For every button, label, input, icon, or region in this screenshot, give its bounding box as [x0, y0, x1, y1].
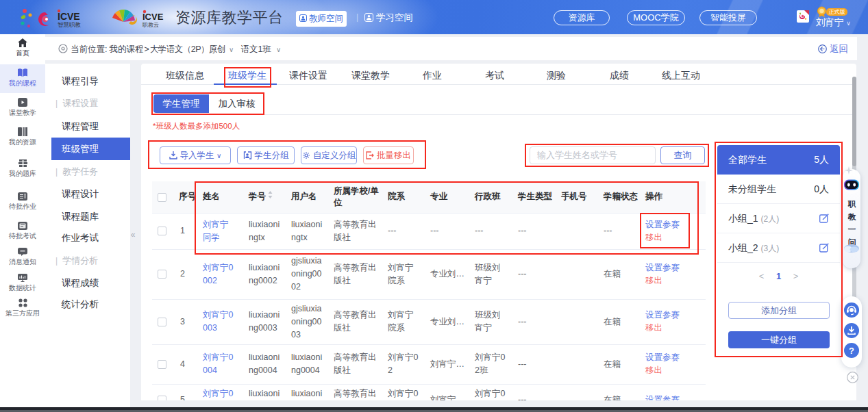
svg-text:智慧职教: 智慧职教 — [58, 21, 82, 28]
svg-text:?: ? — [849, 346, 854, 356]
svg-text:职教云: 职教云 — [142, 22, 159, 28]
svg-text:ICVE: ICVE — [142, 12, 164, 22]
svg-text:ICVE: ICVE — [58, 11, 80, 22]
